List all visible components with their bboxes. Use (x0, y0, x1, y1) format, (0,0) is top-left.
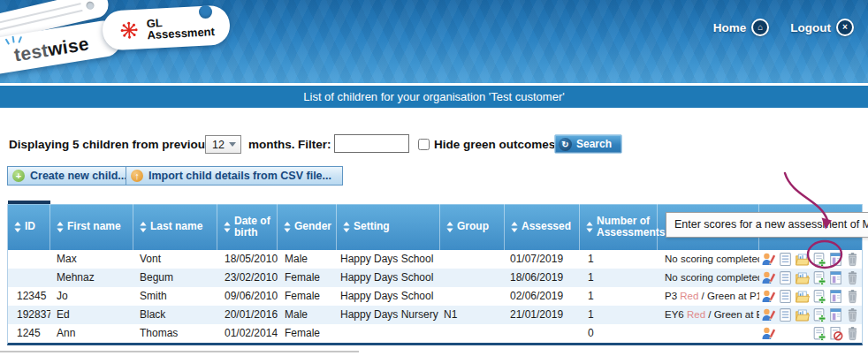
displaying-label: Displaying 5 children from previous (9, 138, 212, 151)
logout-link[interactable]: Logout × (790, 19, 854, 36)
cell-gender: Female (278, 287, 337, 306)
cell-gender: Female (278, 324, 337, 343)
page-title: List of children for your organisation '… (303, 90, 564, 103)
delete-icon[interactable] (845, 326, 860, 341)
column-header-number-of-assessments[interactable]: Number of Assessments (580, 204, 658, 250)
column-header-assessed[interactable]: Assessed (505, 204, 580, 250)
delete-icon[interactable] (845, 270, 860, 285)
assessments-folder-icon[interactable] (795, 307, 810, 322)
column-header-id[interactable]: ID (8, 204, 50, 250)
search-go-icon: ↻ (559, 138, 572, 151)
report-icon[interactable] (828, 307, 843, 322)
scores-document-icon[interactable] (778, 289, 793, 304)
filter-controls: Displaying 5 children from previous 12 m… (0, 133, 868, 158)
sort-icon[interactable] (284, 222, 291, 232)
delete-icon[interactable] (845, 307, 860, 322)
cell-id (8, 250, 50, 269)
cell-gender: Female (278, 269, 337, 287)
hide-green-checkbox[interactable] (418, 139, 430, 150)
assessments-folder-icon[interactable] (795, 252, 810, 267)
hide-green-label: Hide green outcomes (434, 138, 555, 151)
sort-icon[interactable] (511, 222, 518, 232)
cell-dob: 23/02/2010 (217, 269, 278, 287)
logout-icon[interactable]: × (836, 19, 854, 36)
cell-outcome (658, 324, 759, 343)
top-header: testwise GL Assessment Home ⌂ Logout × (0, 0, 868, 83)
assessments-folder-icon[interactable] (795, 270, 810, 285)
cell-outcome: P3 Red / Green at P1 (658, 287, 759, 306)
table-row: 12345 Jo Smith 09/06/2010 Female Happy D… (8, 287, 862, 306)
report-icon[interactable] (828, 252, 843, 267)
column-header-gender[interactable]: Gender (278, 204, 337, 250)
sort-icon[interactable] (343, 222, 350, 232)
cell-id (8, 269, 50, 287)
delete-icon[interactable] (845, 252, 860, 267)
new-assessment-icon[interactable] (811, 326, 826, 341)
cell-dob: 20/01/2016 (217, 306, 278, 324)
scores-document-icon[interactable] (778, 307, 793, 322)
row-actions (759, 287, 862, 306)
sort-icon[interactable] (57, 222, 64, 232)
assessment-blocked-icon[interactable] (828, 326, 843, 341)
column-header-first-name[interactable]: First name (50, 204, 133, 250)
chevron-down-icon (229, 142, 236, 147)
header-nav: Home ⌂ Logout × (713, 19, 854, 36)
cell-first-name: Max (50, 250, 133, 269)
sort-icon[interactable] (140, 222, 147, 232)
home-icon[interactable]: ⌂ (751, 19, 769, 36)
cell-assessment-count: 1 (580, 306, 658, 324)
cell-last-name: Black (133, 306, 217, 324)
sort-icon[interactable] (14, 222, 21, 232)
cell-first-name: Jo (50, 287, 133, 306)
report-icon[interactable] (828, 270, 843, 285)
cell-assessed: 21/01/2019 (505, 306, 580, 324)
cell-assessed (505, 324, 580, 343)
cell-last-name: Vont (133, 250, 217, 269)
edit-child-icon[interactable] (761, 270, 776, 285)
cell-assessed: 01/07/2019 (505, 250, 580, 269)
search-button[interactable]: ↻ Search (554, 134, 622, 154)
sort-icon[interactable] (224, 222, 231, 232)
cell-id: 1245 (8, 324, 50, 343)
assessments-folder-icon[interactable] (795, 289, 810, 304)
column-header-last-name[interactable]: Last name (133, 204, 217, 250)
cell-outcome: No scoring completed (658, 269, 759, 287)
delete-icon[interactable] (845, 289, 860, 304)
edit-child-icon[interactable] (761, 289, 776, 304)
scores-document-icon[interactable] (778, 270, 793, 285)
cell-dob: 18/05/2010 (217, 250, 278, 269)
new-assessment-icon[interactable] (811, 307, 826, 322)
home-link[interactable]: Home ⌂ (713, 19, 770, 36)
blue-dot-decoration (199, 5, 212, 19)
app-window: testwise GL Assessment Home ⌂ Logout × L… (0, 0, 868, 356)
cell-setting: Happy Days School (337, 269, 440, 287)
scrollbar-track[interactable] (0, 351, 359, 352)
table-row: 1245 Ann Thomas 01/02/2014 Female 0 (8, 324, 862, 343)
import-csv-button[interactable]: ↑ Import child details from CSV file... (126, 166, 343, 186)
edit-child-icon[interactable] (761, 307, 776, 322)
cell-gender: Male (278, 306, 337, 324)
cell-first-name: Ann (50, 324, 133, 343)
edit-child-icon[interactable] (761, 326, 776, 341)
create-child-button[interactable]: + Create new child... (7, 166, 139, 186)
filter-input[interactable] (334, 134, 409, 153)
cell-last-name: Begum (133, 269, 217, 287)
scores-document-icon[interactable] (778, 252, 793, 267)
sort-icon[interactable] (586, 222, 593, 232)
new-assessment-icon[interactable] (811, 252, 826, 267)
cell-last-name: Smith (133, 287, 217, 306)
table-row: 192837 Ed Black 20/01/2016 Male Happy Da… (8, 306, 862, 324)
cell-first-name: Mehnaz (50, 269, 133, 287)
edit-child-icon[interactable] (761, 252, 776, 267)
new-assessment-icon[interactable] (811, 289, 826, 304)
sort-icon[interactable] (446, 222, 453, 232)
new-assessment-icon[interactable] (811, 270, 826, 285)
months-select[interactable]: 12 (205, 135, 241, 154)
column-header-group[interactable]: Group (440, 204, 505, 250)
column-header-date-of-birth[interactable]: Date of birth (217, 204, 278, 250)
cell-dob: 09/06/2010 (217, 287, 278, 306)
report-icon[interactable] (828, 289, 843, 304)
cell-id: 192837 (8, 306, 50, 324)
column-header-setting[interactable]: Setting (337, 204, 440, 250)
row-actions (759, 250, 862, 269)
